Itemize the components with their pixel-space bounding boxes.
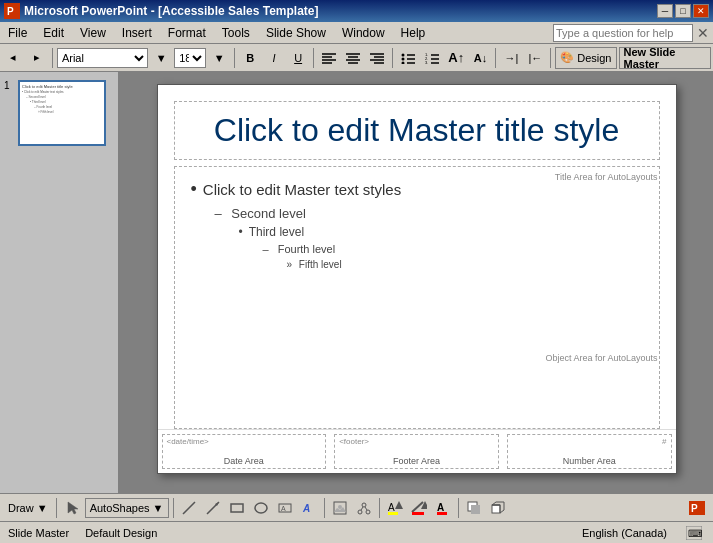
menu-bar: File Edit View Insert Format Tools Slide… (0, 22, 713, 44)
date-placeholder: <date/time> (167, 437, 322, 446)
ellipse-button[interactable] (250, 497, 272, 519)
new-slide-master-button[interactable]: New Slide Master (619, 47, 711, 69)
slide-canvas[interactable]: Click to edit Master title style Title A… (157, 84, 677, 474)
toolbar-separator-6 (550, 48, 551, 68)
master-title-text[interactable]: Click to edit Master title style (191, 112, 643, 149)
title-area[interactable]: Click to edit Master title style (174, 101, 660, 160)
bold-button[interactable]: B (239, 47, 261, 69)
window-controls[interactable]: ─ □ ✕ (657, 4, 709, 18)
pp-icon[interactable]: P (685, 497, 709, 519)
language-status: English (Canada) (582, 527, 667, 539)
svg-text:A: A (437, 502, 444, 513)
draw-button[interactable]: Draw ▼ (4, 502, 52, 514)
line-button[interactable] (178, 497, 200, 519)
help-search[interactable]: ✕ (553, 24, 713, 42)
number-placeholder: # (512, 437, 667, 446)
thumb-bullet-2: – Second level (26, 95, 102, 99)
minimize-button[interactable]: ─ (657, 4, 673, 18)
font-size-selector[interactable]: 18 (174, 48, 206, 68)
select-button[interactable] (61, 497, 83, 519)
slide-number: 1 (4, 80, 14, 91)
svg-text:A: A (388, 502, 395, 513)
clipart-button[interactable] (329, 497, 351, 519)
align-right-button[interactable] (366, 47, 388, 69)
svg-point-18 (401, 61, 404, 64)
footer-area[interactable]: <footer> Footer Area (334, 434, 499, 469)
close-button[interactable]: ✕ (693, 4, 709, 18)
toolbar-separator-1 (52, 48, 53, 68)
font-selector[interactable]: Arial (57, 48, 148, 68)
content-area[interactable]: Click to edit Master text styles Second … (174, 166, 660, 429)
svg-point-14 (401, 53, 404, 56)
menu-tools[interactable]: Tools (214, 22, 258, 43)
bullets-button[interactable] (397, 47, 419, 69)
language-icon[interactable]: ⌨ (683, 522, 705, 544)
line-color-button[interactable] (408, 497, 430, 519)
slide-thumbnail[interactable]: Click to edit Master title style • Click… (18, 80, 106, 146)
content-level3: Third level (239, 225, 643, 239)
textbox-button[interactable]: A (274, 497, 296, 519)
increase-font-button[interactable]: A↑ (445, 47, 467, 69)
svg-point-36 (362, 503, 366, 507)
date-area[interactable]: <date/time> Date Area (162, 434, 327, 469)
3d-button[interactable] (487, 497, 509, 519)
svg-text:P: P (691, 503, 698, 514)
decrease-indent-button[interactable]: |← (524, 47, 546, 69)
svg-line-44 (412, 502, 423, 512)
svg-rect-48 (437, 512, 447, 515)
menu-file[interactable]: File (0, 22, 35, 43)
default-design-status: Default Design (85, 527, 157, 539)
footer-strip: <date/time> Date Area <footer> Footer Ar… (158, 429, 676, 473)
svg-text:A: A (302, 503, 310, 514)
draw-sep-3 (324, 498, 325, 518)
fill-color-button[interactable]: A (384, 497, 406, 519)
maximize-button[interactable]: □ (675, 4, 691, 18)
font-color-button[interactable]: A (432, 497, 454, 519)
svg-rect-42 (388, 512, 398, 515)
design-button[interactable]: 🎨 Design (555, 47, 616, 69)
undo-button[interactable]: ◂ (2, 47, 24, 69)
increase-indent-button[interactable]: →| (500, 47, 522, 69)
arrow-button[interactable] (202, 497, 224, 519)
underline-button[interactable]: U (287, 47, 309, 69)
menu-edit[interactable]: Edit (35, 22, 72, 43)
menu-help[interactable]: Help (393, 22, 434, 43)
svg-rect-50 (471, 505, 480, 514)
redo-button[interactable]: ▸ (26, 47, 48, 69)
svg-rect-29 (231, 504, 243, 512)
new-slide-label: New Slide Master (624, 46, 706, 70)
numbering-button[interactable]: 1.2.3. (421, 47, 443, 69)
menu-insert[interactable]: Insert (114, 22, 160, 43)
shadow-button[interactable] (463, 497, 485, 519)
toolbar-separator-3 (313, 48, 314, 68)
wordart-button[interactable]: A (298, 497, 320, 519)
diagram-button[interactable] (353, 497, 375, 519)
design-label: Design (577, 52, 611, 64)
menu-format[interactable]: Format (160, 22, 214, 43)
size-dropdown-icon[interactable]: ▼ (208, 47, 230, 69)
menu-view[interactable]: View (72, 22, 114, 43)
menu-window[interactable]: Window (334, 22, 393, 43)
title-bar: P Microsoft PowerPoint - [Accessible Sal… (0, 0, 713, 22)
draw-sep-4 (379, 498, 380, 518)
menu-slideshow[interactable]: Slide Show (258, 22, 334, 43)
svg-point-30 (255, 503, 267, 513)
slide-master-status: Slide Master (8, 527, 69, 539)
align-center-button[interactable] (342, 47, 364, 69)
align-left-button[interactable] (318, 47, 340, 69)
rectangle-button[interactable] (226, 497, 248, 519)
thumb-bullet-4: – Fourth level (34, 105, 102, 109)
autoshapes-button[interactable]: AutoShapes ▼ (85, 498, 169, 518)
help-search-input[interactable] (553, 24, 693, 42)
svg-text:3.: 3. (425, 60, 428, 64)
number-area[interactable]: # Number Area (507, 434, 672, 469)
italic-button[interactable]: I (263, 47, 285, 69)
decrease-font-button[interactable]: A↓ (469, 47, 491, 69)
font-dropdown-icon[interactable]: ▼ (150, 47, 172, 69)
draw-sep-1 (56, 498, 57, 518)
date-label: Date Area (167, 456, 322, 466)
drawing-toolbar: Draw ▼ AutoShapes ▼ A A A A (0, 493, 713, 521)
svg-point-37 (358, 510, 362, 514)
help-close-icon[interactable]: ✕ (697, 25, 709, 41)
svg-line-26 (183, 502, 195, 514)
